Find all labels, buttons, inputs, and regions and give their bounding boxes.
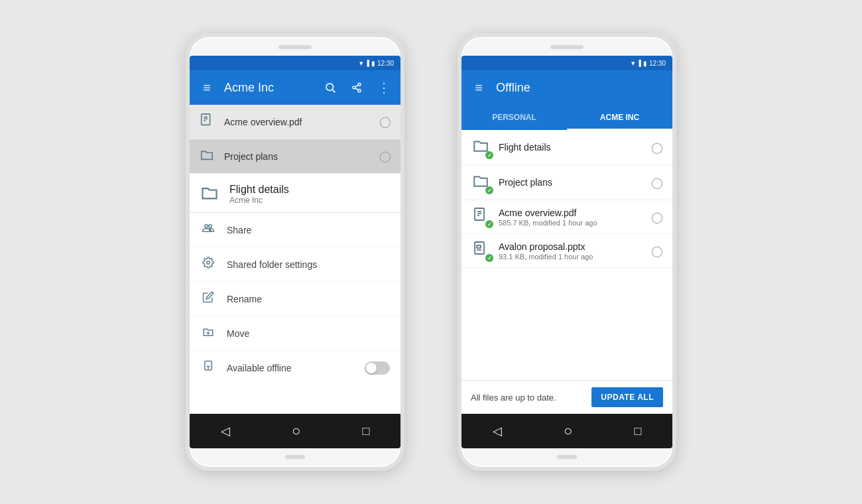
wifi-icon: ▾: [359, 59, 363, 68]
svg-point-4: [358, 90, 361, 92]
menu-offline-label: Available offline: [227, 363, 354, 373]
sync-badge-pdf: ✓: [485, 220, 493, 228]
sync-badge-flight: ✓: [485, 151, 493, 159]
svg-rect-7: [202, 114, 210, 125]
svg-point-2: [358, 83, 361, 86]
battery-icon-2: ▮: [643, 60, 647, 67]
file-row-project[interactable]: ✓ Project plans ◯: [462, 165, 672, 200]
context-item-parent: Acme Inc: [229, 196, 289, 205]
svg-point-3: [353, 86, 355, 89]
file-item-pdf[interactable]: Acme overview.pdf ◯: [190, 105, 400, 139]
menu-share[interactable]: Share: [190, 213, 400, 247]
folder-icon-1: [199, 147, 215, 165]
tab-acme-label: ACME INC: [600, 113, 639, 122]
overflow-pdf[interactable]: ◯: [651, 211, 663, 223]
menu-move-label: Move: [227, 328, 390, 339]
bottom-sheet-header: Flight details Acme Inc: [190, 174, 400, 213]
folder-icon-flight: ✓: [471, 137, 491, 158]
menu-share-label: Share: [227, 225, 390, 235]
home-button-1[interactable]: ○: [292, 422, 300, 440]
file-row-acme-pdf[interactable]: ✓ Acme overview.pdf 585.7 KB, modified 1…: [462, 200, 672, 234]
file-row-project-info: Project plans: [499, 177, 643, 188]
file-row-pdf-name: Acme overview.pdf: [499, 208, 643, 218]
folder-icon-project: ✓: [471, 172, 491, 193]
svg-point-0: [326, 84, 334, 91]
offline-icon: [200, 360, 216, 375]
phones-container: ▾ ▐ ▮ 12:30 ≡ Acme Inc: [186, 33, 676, 471]
svg-line-5: [355, 88, 359, 90]
bottom-status-bar: All files are up to date. UPDATE ALL: [462, 380, 672, 414]
nav-bar-2: ◁ ○ □: [462, 414, 672, 448]
rename-icon: [200, 291, 216, 306]
menu-rename[interactable]: Rename: [190, 282, 400, 316]
move-icon: [200, 326, 216, 341]
more-icon-1[interactable]: ⋮: [374, 78, 393, 97]
app-bar-1: ≡ Acme Inc ⋮: [190, 70, 400, 105]
svg-rect-21: [477, 245, 481, 248]
offline-toggle[interactable]: [365, 361, 390, 375]
file-name-pdf-1: Acme overview.pdf: [224, 117, 370, 127]
home-button-2[interactable]: ○: [564, 422, 572, 440]
recent-button-1[interactable]: □: [362, 424, 369, 438]
file-row-pptx-info: Avalon proposal.pptx 93.1 KB, modified 1…: [499, 241, 643, 261]
share-icon-1[interactable]: [347, 78, 366, 97]
phone-1-inner: ▾ ▐ ▮ 12:30 ≡ Acme Inc: [190, 56, 400, 448]
sync-badge-project: ✓: [485, 186, 493, 194]
file-row-pptx-meta: 93.1 KB, modified 1 hour ago: [499, 253, 643, 261]
share-menu-icon: [200, 222, 216, 237]
signal-icon-2: ▐: [637, 60, 641, 66]
back-button-1[interactable]: ◁: [221, 424, 230, 438]
recent-button-2[interactable]: □: [634, 424, 641, 438]
search-icon-1[interactable]: [321, 78, 339, 97]
settings-menu-icon: [200, 257, 216, 272]
overflow-icon-folder[interactable]: ◯: [379, 150, 391, 162]
status-time-2: 12:30: [649, 60, 666, 67]
battery-icon: ▮: [371, 60, 375, 67]
status-icons-2: ▾ ▐ ▮ 12:30: [631, 59, 666, 68]
menu-move[interactable]: Move: [190, 316, 400, 351]
file-row-flight[interactable]: ✓ Flight details ◯: [462, 130, 672, 165]
wifi-icon-2: ▾: [631, 59, 635, 68]
app-bar-2: ≡ Offline: [462, 70, 672, 105]
tab-personal-label: PERSONAL: [492, 113, 536, 122]
hamburger-icon-1[interactable]: ≡: [198, 78, 216, 97]
file-row-pptx-name: Avalon proposal.pptx: [499, 241, 643, 252]
update-all-button[interactable]: UPDATE ALL: [591, 387, 663, 407]
content-2: ✓ Flight details ◯ ✓: [462, 130, 672, 414]
file-row-pptx[interactable]: ✓ Avalon proposal.pptx 93.1 KB, modified…: [462, 234, 672, 268]
status-bar-2: ▾ ▐ ▮ 12:30: [462, 56, 672, 70]
signal-icon: ▐: [365, 60, 369, 66]
phone-2-inner: ▾ ▐ ▮ 12:30 ≡ Offline PERSONAL ACME INC: [462, 56, 672, 448]
tab-acme-inc[interactable]: ACME INC: [567, 105, 672, 130]
overflow-project[interactable]: ◯: [651, 176, 663, 189]
tabs-bar: PERSONAL ACME INC: [462, 105, 672, 130]
menu-rename-label: Rename: [227, 294, 390, 304]
nav-bar-1: ◁ ○ □: [190, 414, 400, 448]
app-bar-title-2: Offline: [496, 81, 664, 95]
tab-personal[interactable]: PERSONAL: [462, 105, 567, 130]
file-row-flight-name: Flight details: [499, 142, 643, 153]
context-item-name: Flight details: [229, 184, 289, 196]
overflow-pptx[interactable]: ◯: [651, 245, 663, 257]
context-header-text: Flight details Acme Inc: [229, 184, 289, 205]
overflow-icon-pdf[interactable]: ◯: [379, 115, 391, 128]
file-item-folder[interactable]: Project plans ◯: [190, 139, 400, 174]
svg-line-1: [332, 90, 335, 92]
app-bar-title-1: Acme Inc: [224, 81, 313, 95]
back-button-2[interactable]: ◁: [493, 424, 502, 438]
sync-badge-pptx: ✓: [485, 254, 493, 262]
file-list-2: ✓ Flight details ◯ ✓: [462, 130, 672, 380]
overflow-flight[interactable]: ◯: [651, 141, 663, 154]
pdf-icon-2: ✓: [471, 207, 491, 227]
content-1: Acme overview.pdf ◯ Project plans ◯: [190, 105, 400, 414]
menu-folder-settings[interactable]: Shared folder settings: [190, 247, 400, 282]
status-icons-1: ▾ ▐ ▮ 12:30: [359, 59, 394, 68]
file-name-folder-1: Project plans: [224, 151, 370, 162]
hamburger-icon-2[interactable]: ≡: [469, 78, 488, 97]
context-folder-icon: [200, 183, 219, 206]
file-row-project-name: Project plans: [499, 177, 643, 188]
file-row-pdf-meta: 585.7 KB, modified 1 hour ago: [499, 219, 643, 227]
status-time-1: 12:30: [377, 60, 394, 67]
menu-offline[interactable]: Available offline: [190, 351, 400, 385]
pptx-icon: ✓: [471, 241, 491, 261]
